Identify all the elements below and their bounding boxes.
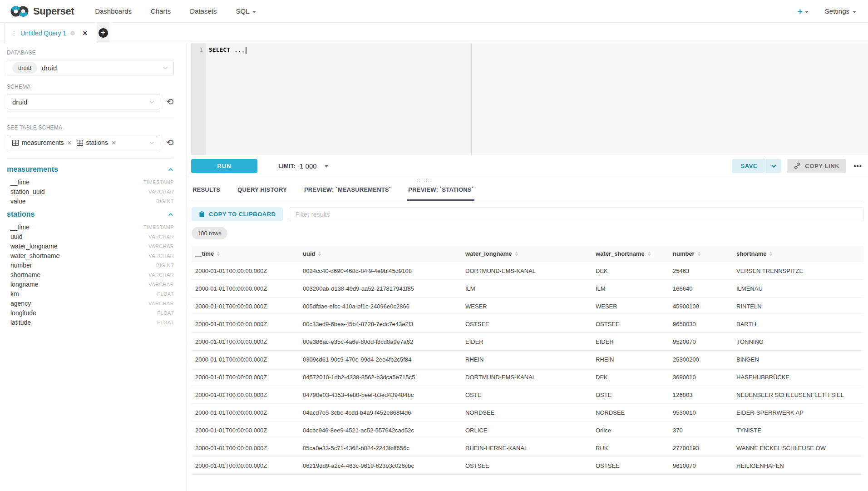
table-icon (77, 140, 83, 146)
pane-resize-handle[interactable] (416, 179, 433, 183)
chevron-up-icon[interactable] (168, 212, 174, 218)
column-name: shortname (10, 271, 40, 278)
table-cell: ILMENAU (733, 280, 863, 298)
copy-link-button[interactable]: COPY LINK (787, 159, 846, 173)
plus-circle-icon: + (99, 28, 108, 38)
table-icon (12, 140, 19, 146)
column-header-inner: shortname (736, 250, 860, 257)
add-query-tab-button[interactable]: + (96, 23, 110, 43)
caret-down-icon (853, 11, 856, 13)
table-schema-section-stations: stations__timeTIMESTAMPuuidVARCHARwater_… (7, 210, 174, 327)
nav-item-label: SQL (236, 7, 249, 15)
caret-down-icon[interactable] (325, 165, 328, 168)
column-header-uuid[interactable]: uuid (299, 246, 462, 262)
table-cell: 04cbc946-8ee9-4521-ac52-557642cad52c (299, 422, 462, 439)
filter-results-input[interactable] (289, 207, 863, 221)
table-cell: 9610070 (669, 457, 733, 475)
sort-icon[interactable] (648, 252, 651, 256)
remove-table-icon[interactable]: ✕ (67, 139, 72, 146)
table-cell: 2000-01-01T00:00:00.000Z (192, 298, 299, 315)
column-name: latitude (10, 319, 31, 326)
table-schema-section-measurements: measurements__timeTIMESTAMPstation_uuidV… (7, 165, 174, 206)
table-cell: RINTELN (733, 298, 863, 315)
settings-menu[interactable]: Settings (825, 7, 856, 15)
sort-asc-arrow (648, 252, 651, 253)
tab-drag-handle-icon[interactable]: ⋮ (11, 31, 16, 35)
copy-to-clipboard-label: COPY TO CLIPBOARD (209, 211, 276, 218)
column-header-water_shortname[interactable]: water_shortname (592, 246, 669, 262)
column-header-number[interactable]: number (669, 246, 733, 262)
nav-item-dashboards[interactable]: Dashboards (95, 7, 132, 15)
column-header-water_longname[interactable]: water_longname (462, 246, 592, 262)
table-cell: 126003 (669, 386, 733, 404)
sort-icon[interactable] (217, 252, 220, 256)
query-tab-untitled-query-1[interactable]: ⋮ Untitled Query 1 ✕ (5, 23, 96, 43)
column-type: TIMESTAMP (143, 224, 174, 230)
nav-item-charts[interactable]: Charts (151, 7, 171, 15)
table-cell: 2000-01-01T00:00:00.000Z (192, 368, 299, 386)
schema-column-row: longnameVARCHAR (7, 279, 174, 289)
table-section-header[interactable]: stations (7, 210, 174, 218)
column-header-label: number (673, 250, 695, 257)
save-dropdown-button[interactable] (766, 159, 781, 173)
superset-brand[interactable]: Superset (10, 5, 74, 18)
column-header-shortname[interactable]: shortname (733, 246, 863, 262)
table-cell: OSTSEE (592, 457, 669, 475)
column-name: agency (10, 300, 31, 307)
table-schema-select[interactable]: measurements✕stations✕ (7, 135, 160, 150)
schema-select[interactable]: druid (7, 94, 160, 109)
nav-item-datasets[interactable]: Datasets (190, 7, 217, 15)
query-tab-title: Untitled Query 1 (20, 30, 66, 37)
sort-icon[interactable] (515, 252, 518, 256)
more-actions-button[interactable]: ••• (853, 162, 862, 170)
table-cell: DEK (592, 262, 669, 280)
tab-preview-stations[interactable]: PREVIEW: `STATIONS` (407, 186, 474, 201)
editor-toolbar: RUN LIMIT: 1 000 SAVE (187, 155, 868, 177)
schema-column-row: water_shortnameVARCHAR (7, 251, 174, 260)
schema-column-row: valueBIGINT (7, 196, 174, 206)
table-cell: 25463 (669, 262, 733, 280)
save-button[interactable]: SAVE (732, 159, 766, 173)
caret-down-icon (252, 11, 256, 13)
column-type: VARCHAR (148, 253, 174, 258)
database-select[interactable]: druid druid (7, 60, 174, 75)
sql-editor[interactable]: 1 SELECT... (187, 43, 868, 155)
limit-control[interactable]: LIMIT: 1 000 (278, 162, 328, 170)
chevron-down-icon (163, 65, 168, 71)
sort-icon[interactable] (318, 252, 321, 256)
sort-icon[interactable] (769, 252, 772, 256)
tab-query-history[interactable]: QUERY HISTORY (237, 186, 288, 200)
table-tag-stations: stations✕ (77, 139, 116, 146)
table-cell: 003200ab-d138-49d9-aa52-217817941f85 (299, 280, 462, 298)
refresh-tables-icon[interactable]: ⟳ (166, 138, 174, 147)
brand-title: Superset (33, 5, 74, 17)
table-section-header[interactable]: measurements (7, 165, 174, 174)
tab-results[interactable]: RESULTS (192, 186, 221, 200)
table-cell: 9530010 (669, 404, 733, 422)
schema-column-row: __timeTIMESTAMP (7, 177, 174, 187)
column-header-label: __time (195, 250, 214, 257)
column-type: VARCHAR (148, 282, 174, 287)
table-cell: DORTMUND-EMS-KANAL (462, 368, 592, 386)
refresh-schema-icon[interactable]: ⟳ (166, 97, 174, 106)
sidebar-divider (7, 159, 174, 159)
top-navbar: Superset DashboardsChartsDatasetsSQL + S… (0, 0, 868, 23)
close-tab-icon[interactable]: ✕ (82, 30, 88, 37)
column-header-__time[interactable]: __time (192, 246, 299, 262)
sort-icon[interactable] (698, 252, 700, 256)
remove-table-icon[interactable]: ✕ (111, 139, 116, 146)
table-cell: 166640 (669, 280, 733, 298)
copy-link-label: COPY LINK (805, 163, 839, 169)
text-cursor (246, 47, 247, 54)
nav-item-sql[interactable]: SQL (236, 7, 256, 15)
editor-code-area[interactable]: SELECT... (206, 43, 868, 155)
schema-column-row: longitudeFLOAT (7, 308, 174, 317)
table-cell: DORTMUND-EMS-KANAL (462, 262, 592, 280)
table-cell: 9650030 (669, 315, 733, 333)
new-item-button[interactable]: + (798, 6, 809, 16)
tab-preview-measurements[interactable]: PREVIEW: `MEASUREMENTS` (303, 186, 392, 200)
copy-to-clipboard-button[interactable]: COPY TO CLIPBOARD (192, 207, 283, 221)
run-button[interactable]: RUN (191, 159, 257, 173)
sort-desc-arrow (648, 254, 651, 256)
chevron-up-icon[interactable] (168, 167, 174, 173)
